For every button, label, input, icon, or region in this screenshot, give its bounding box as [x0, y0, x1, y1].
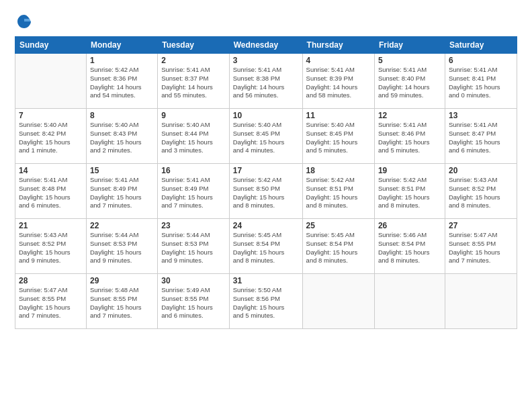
- day-number: 18: [306, 166, 371, 175]
- day-number: 29: [90, 276, 154, 285]
- calendar-week-row: 28Sunrise: 5:47 AM Sunset: 8:55 PM Dayli…: [15, 274, 517, 329]
- day-info: Sunrise: 5:40 AM Sunset: 8:42 PM Dayligh…: [19, 121, 83, 155]
- calendar-cell: 16Sunrise: 5:41 AM Sunset: 8:49 PM Dayli…: [158, 164, 230, 219]
- day-number: 26: [378, 221, 441, 230]
- day-number: 8: [90, 111, 154, 120]
- calendar-week-row: 21Sunrise: 5:43 AM Sunset: 8:52 PM Dayli…: [15, 219, 517, 274]
- day-info: Sunrise: 5:42 AM Sunset: 8:51 PM Dayligh…: [378, 176, 441, 210]
- day-number: 30: [161, 276, 226, 285]
- day-number: 23: [161, 221, 226, 230]
- header: [15, 12, 517, 31]
- day-number: 24: [233, 221, 299, 230]
- calendar-cell: 23Sunrise: 5:44 AM Sunset: 8:53 PM Dayli…: [158, 219, 230, 274]
- logo-icon: [15, 12, 34, 31]
- day-number: 13: [449, 111, 513, 120]
- day-info: Sunrise: 5:40 AM Sunset: 8:44 PM Dayligh…: [161, 121, 226, 155]
- calendar-cell: 8Sunrise: 5:40 AM Sunset: 8:43 PM Daylig…: [86, 109, 157, 164]
- calendar-cell: 30Sunrise: 5:49 AM Sunset: 8:55 PM Dayli…: [158, 274, 230, 329]
- day-header-thursday: Thursday: [302, 37, 374, 54]
- calendar-cell: 5Sunrise: 5:41 AM Sunset: 8:40 PM Daylig…: [374, 54, 445, 109]
- day-number: 27: [449, 221, 513, 230]
- calendar-cell: 7Sunrise: 5:40 AM Sunset: 8:42 PM Daylig…: [15, 109, 87, 164]
- day-number: 21: [19, 221, 83, 230]
- day-number: 6: [449, 56, 513, 65]
- day-number: 25: [306, 221, 371, 230]
- calendar-cell: 2Sunrise: 5:41 AM Sunset: 8:37 PM Daylig…: [158, 54, 230, 109]
- day-info: Sunrise: 5:46 AM Sunset: 8:54 PM Dayligh…: [378, 231, 441, 265]
- day-header-monday: Monday: [86, 37, 157, 54]
- calendar-week-row: 7Sunrise: 5:40 AM Sunset: 8:42 PM Daylig…: [15, 109, 517, 164]
- day-number: 3: [233, 56, 299, 65]
- day-info: Sunrise: 5:40 AM Sunset: 8:45 PM Dayligh…: [306, 121, 371, 155]
- calendar-cell: 11Sunrise: 5:40 AM Sunset: 8:45 PM Dayli…: [302, 109, 374, 164]
- logo: [15, 12, 35, 31]
- day-info: Sunrise: 5:41 AM Sunset: 8:49 PM Dayligh…: [161, 176, 226, 210]
- day-info: Sunrise: 5:48 AM Sunset: 8:55 PM Dayligh…: [90, 286, 154, 320]
- calendar-cell: 22Sunrise: 5:44 AM Sunset: 8:53 PM Dayli…: [86, 219, 157, 274]
- page: SundayMondayTuesdayWednesdayThursdayFrid…: [0, 0, 532, 411]
- day-info: Sunrise: 5:47 AM Sunset: 8:55 PM Dayligh…: [449, 231, 513, 265]
- calendar-cell: 3Sunrise: 5:41 AM Sunset: 8:38 PM Daylig…: [229, 54, 302, 109]
- calendar-cell: 24Sunrise: 5:45 AM Sunset: 8:54 PM Dayli…: [229, 219, 302, 274]
- calendar-cell: 12Sunrise: 5:41 AM Sunset: 8:46 PM Dayli…: [374, 109, 445, 164]
- day-info: Sunrise: 5:49 AM Sunset: 8:55 PM Dayligh…: [161, 286, 226, 320]
- day-info: Sunrise: 5:42 AM Sunset: 8:50 PM Dayligh…: [233, 176, 299, 210]
- calendar-cell: 10Sunrise: 5:40 AM Sunset: 8:45 PM Dayli…: [229, 109, 302, 164]
- day-info: Sunrise: 5:44 AM Sunset: 8:53 PM Dayligh…: [90, 231, 154, 265]
- day-info: Sunrise: 5:42 AM Sunset: 8:51 PM Dayligh…: [306, 176, 371, 210]
- day-header-wednesday: Wednesday: [229, 37, 302, 54]
- calendar-cell: 9Sunrise: 5:40 AM Sunset: 8:44 PM Daylig…: [158, 109, 230, 164]
- day-number: 28: [19, 276, 83, 285]
- day-info: Sunrise: 5:41 AM Sunset: 8:48 PM Dayligh…: [19, 176, 83, 210]
- day-header-friday: Friday: [374, 37, 445, 54]
- calendar-cell: 25Sunrise: 5:45 AM Sunset: 8:54 PM Dayli…: [302, 219, 374, 274]
- calendar-cell: [15, 54, 87, 109]
- day-number: 15: [90, 166, 154, 175]
- day-number: 9: [161, 111, 226, 120]
- day-header-tuesday: Tuesday: [158, 37, 230, 54]
- day-info: Sunrise: 5:43 AM Sunset: 8:52 PM Dayligh…: [449, 176, 513, 210]
- calendar-cell: 15Sunrise: 5:41 AM Sunset: 8:49 PM Dayli…: [86, 164, 157, 219]
- day-info: Sunrise: 5:42 AM Sunset: 8:36 PM Dayligh…: [90, 66, 154, 100]
- calendar-table: SundayMondayTuesdayWednesdayThursdayFrid…: [15, 36, 517, 329]
- calendar-cell: 20Sunrise: 5:43 AM Sunset: 8:52 PM Dayli…: [445, 164, 517, 219]
- day-info: Sunrise: 5:47 AM Sunset: 8:55 PM Dayligh…: [19, 286, 83, 320]
- day-info: Sunrise: 5:40 AM Sunset: 8:43 PM Dayligh…: [90, 121, 154, 155]
- calendar-cell: 27Sunrise: 5:47 AM Sunset: 8:55 PM Dayli…: [445, 219, 517, 274]
- day-number: 12: [378, 111, 441, 120]
- calendar-cell: 14Sunrise: 5:41 AM Sunset: 8:48 PM Dayli…: [15, 164, 87, 219]
- day-info: Sunrise: 5:41 AM Sunset: 8:49 PM Dayligh…: [90, 176, 154, 210]
- day-info: Sunrise: 5:41 AM Sunset: 8:41 PM Dayligh…: [449, 66, 513, 100]
- day-info: Sunrise: 5:43 AM Sunset: 8:52 PM Dayligh…: [19, 231, 83, 265]
- calendar-cell: 21Sunrise: 5:43 AM Sunset: 8:52 PM Dayli…: [15, 219, 87, 274]
- calendar-cell: [374, 274, 445, 329]
- day-info: Sunrise: 5:45 AM Sunset: 8:54 PM Dayligh…: [233, 231, 299, 265]
- calendar-cell: 6Sunrise: 5:41 AM Sunset: 8:41 PM Daylig…: [445, 54, 517, 109]
- calendar-header-row: SundayMondayTuesdayWednesdayThursdayFrid…: [15, 37, 517, 54]
- calendar-cell: 19Sunrise: 5:42 AM Sunset: 8:51 PM Dayli…: [374, 164, 445, 219]
- calendar-cell: 29Sunrise: 5:48 AM Sunset: 8:55 PM Dayli…: [86, 274, 157, 329]
- day-info: Sunrise: 5:50 AM Sunset: 8:56 PM Dayligh…: [233, 286, 299, 320]
- day-number: 14: [19, 166, 83, 175]
- day-info: Sunrise: 5:41 AM Sunset: 8:46 PM Dayligh…: [378, 121, 441, 155]
- day-number: 22: [90, 221, 154, 230]
- calendar-cell: 1Sunrise: 5:42 AM Sunset: 8:36 PM Daylig…: [86, 54, 157, 109]
- calendar-week-row: 1Sunrise: 5:42 AM Sunset: 8:36 PM Daylig…: [15, 54, 517, 109]
- day-info: Sunrise: 5:41 AM Sunset: 8:39 PM Dayligh…: [306, 66, 371, 100]
- calendar-week-row: 14Sunrise: 5:41 AM Sunset: 8:48 PM Dayli…: [15, 164, 517, 219]
- day-number: 1: [90, 56, 154, 65]
- calendar-cell: [302, 274, 374, 329]
- calendar-cell: 4Sunrise: 5:41 AM Sunset: 8:39 PM Daylig…: [302, 54, 374, 109]
- day-number: 4: [306, 56, 371, 65]
- calendar-cell: 31Sunrise: 5:50 AM Sunset: 8:56 PM Dayli…: [229, 274, 302, 329]
- day-number: 16: [161, 166, 226, 175]
- day-number: 17: [233, 166, 299, 175]
- calendar-cell: 28Sunrise: 5:47 AM Sunset: 8:55 PM Dayli…: [15, 274, 87, 329]
- calendar-cell: 17Sunrise: 5:42 AM Sunset: 8:50 PM Dayli…: [229, 164, 302, 219]
- day-info: Sunrise: 5:41 AM Sunset: 8:47 PM Dayligh…: [449, 121, 513, 155]
- day-header-saturday: Saturday: [445, 37, 517, 54]
- day-number: 20: [449, 166, 513, 175]
- day-number: 10: [233, 111, 299, 120]
- day-info: Sunrise: 5:44 AM Sunset: 8:53 PM Dayligh…: [161, 231, 226, 265]
- day-number: 5: [378, 56, 441, 65]
